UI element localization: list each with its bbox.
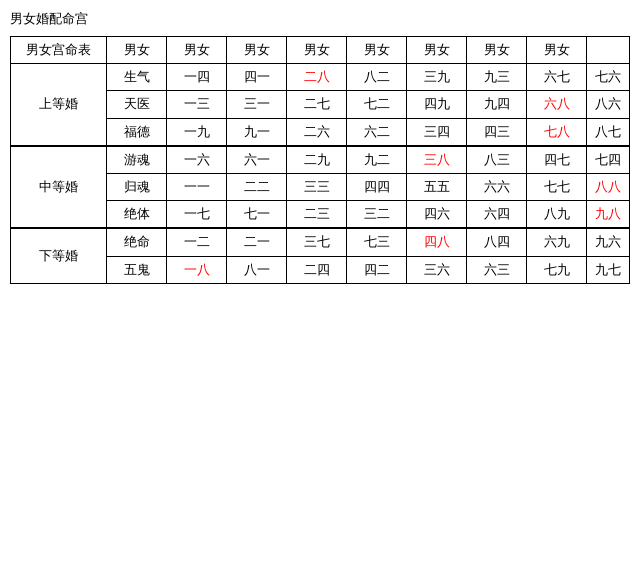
table-cell: 七四 [587, 146, 630, 174]
table-cell: 二二 [227, 173, 287, 200]
table-cell: 三八 [407, 146, 467, 174]
table-cell: 八四 [467, 228, 527, 256]
table-cell: 三二 [347, 201, 407, 229]
table-cell: 四六 [407, 201, 467, 229]
table-cell: 九八 [587, 201, 630, 229]
category-label: 游魂 [107, 146, 167, 174]
table-cell: 六七 [527, 64, 587, 91]
table-cell: 四四 [347, 173, 407, 200]
table-cell: 七八 [527, 118, 587, 146]
table-cell: 八二 [347, 64, 407, 91]
header-col4: 男女 [287, 37, 347, 64]
table-cell: 八一 [227, 256, 287, 283]
table-cell: 九七 [587, 256, 630, 283]
table-cell: 一七 [167, 201, 227, 229]
table-row: 中等婚游魂一六六一二九九二三八八三四七七四 [11, 146, 630, 174]
table-cell: 二一 [227, 228, 287, 256]
header-col5: 男女 [347, 37, 407, 64]
table-cell: 七一 [227, 201, 287, 229]
table-cell: 七三 [347, 228, 407, 256]
table-cell: 九一 [227, 118, 287, 146]
category-label: 五鬼 [107, 256, 167, 283]
table-cell: 三一 [227, 91, 287, 118]
table-cell: 三七 [287, 228, 347, 256]
table-cell: 二九 [287, 146, 347, 174]
header-col6: 男女 [407, 37, 467, 64]
category-label: 绝体 [107, 201, 167, 229]
main-table: 男女宫命表 男女 男女 男女 男女 男女 男女 男女 男女 上等婚生气一四四一二… [10, 36, 630, 284]
table-cell: 二七 [287, 91, 347, 118]
table-cell: 一八 [167, 256, 227, 283]
table-cell: 四八 [407, 228, 467, 256]
category-label: 归魂 [107, 173, 167, 200]
table-cell: 九三 [467, 64, 527, 91]
grade-label: 上等婚 [11, 64, 107, 146]
page-title: 男女婚配命宫 [10, 10, 630, 28]
table-cell: 八八 [587, 173, 630, 200]
table-cell: 七七 [527, 173, 587, 200]
table-cell: 六二 [347, 118, 407, 146]
header-col2: 男女 [167, 37, 227, 64]
table-cell: 二八 [287, 64, 347, 91]
table-cell: 六九 [527, 228, 587, 256]
table-cell: 四三 [467, 118, 527, 146]
table-cell: 四二 [347, 256, 407, 283]
table-cell: 四九 [407, 91, 467, 118]
table-header-row: 男女宫命表 男女 男女 男女 男女 男女 男女 男女 男女 [11, 37, 630, 64]
grade-label: 下等婚 [11, 228, 107, 283]
header-col3: 男女 [227, 37, 287, 64]
category-label: 绝命 [107, 228, 167, 256]
header-col7: 男女 [467, 37, 527, 64]
table-cell: 四一 [227, 64, 287, 91]
table-cell: 九四 [467, 91, 527, 118]
table-cell: 一二 [167, 228, 227, 256]
table-cell: 四七 [527, 146, 587, 174]
table-cell: 六四 [467, 201, 527, 229]
table-cell: 二三 [287, 201, 347, 229]
category-label: 福德 [107, 118, 167, 146]
table-cell: 八七 [587, 118, 630, 146]
header-col1: 男女 [107, 37, 167, 64]
table-cell: 三九 [407, 64, 467, 91]
table-row: 上等婚生气一四四一二八八二三九九三六七七六 [11, 64, 630, 91]
table-cell: 一四 [167, 64, 227, 91]
table-cell: 三四 [407, 118, 467, 146]
table-cell: 一六 [167, 146, 227, 174]
table-cell: 三六 [407, 256, 467, 283]
table-cell: 七六 [587, 64, 630, 91]
table-cell: 六一 [227, 146, 287, 174]
table-cell: 一一 [167, 173, 227, 200]
table-cell: 八九 [527, 201, 587, 229]
table-cell: 二四 [287, 256, 347, 283]
table-cell: 七九 [527, 256, 587, 283]
table-cell: 二六 [287, 118, 347, 146]
table-cell: 八六 [587, 91, 630, 118]
grade-label: 中等婚 [11, 146, 107, 229]
category-label: 生气 [107, 64, 167, 91]
table-cell: 六六 [467, 173, 527, 200]
table-row: 下等婚绝命一二二一三七七三四八八四六九九六 [11, 228, 630, 256]
table-cell: 九六 [587, 228, 630, 256]
header-col8: 男女 [527, 37, 587, 64]
table-cell: 一三 [167, 91, 227, 118]
table-cell: 三三 [287, 173, 347, 200]
table-cell: 六八 [527, 91, 587, 118]
table-cell: 一九 [167, 118, 227, 146]
table-cell: 六三 [467, 256, 527, 283]
category-label: 天医 [107, 91, 167, 118]
table-cell: 七二 [347, 91, 407, 118]
table-cell: 八三 [467, 146, 527, 174]
table-cell: 五五 [407, 173, 467, 200]
header-col0: 男女宫命表 [11, 37, 107, 64]
table-cell: 九二 [347, 146, 407, 174]
